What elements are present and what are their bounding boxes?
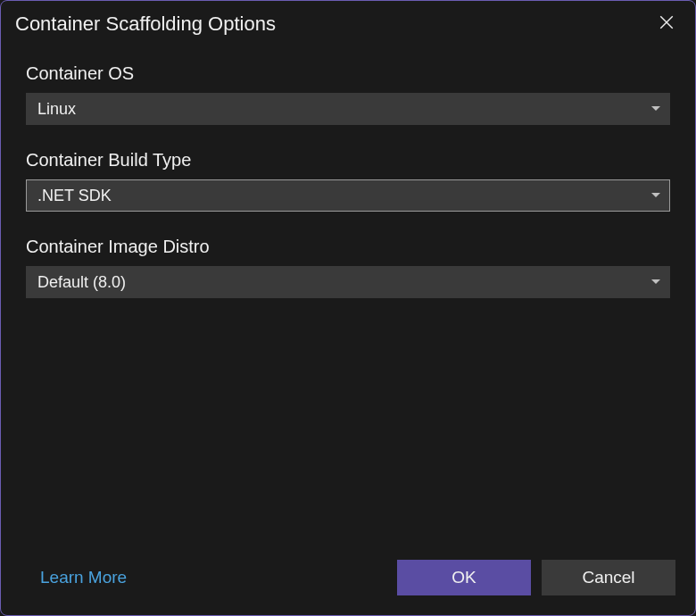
cancel-button[interactable]: Cancel bbox=[542, 560, 675, 595]
container-image-distro-label: Container Image Distro bbox=[26, 237, 670, 257]
container-os-value: Linux bbox=[37, 100, 76, 119]
dialog-container: Container Scaffolding Options Container … bbox=[0, 0, 696, 616]
field-container-build-type: Container Build Type .NET SDK bbox=[26, 150, 670, 212]
container-build-type-label: Container Build Type bbox=[26, 150, 670, 171]
dialog-footer: Learn More OK Cancel bbox=[1, 545, 695, 615]
container-image-distro-value: Default (8.0) bbox=[37, 273, 126, 292]
chevron-down-icon bbox=[651, 279, 660, 285]
dialog-title: Container Scaffolding Options bbox=[15, 12, 276, 36]
chevron-down-icon bbox=[651, 106, 660, 112]
ok-button[interactable]: OK bbox=[397, 560, 531, 595]
field-container-os: Container OS Linux bbox=[26, 63, 670, 125]
titlebar: Container Scaffolding Options bbox=[1, 1, 695, 44]
container-os-label: Container OS bbox=[26, 63, 670, 84]
container-build-type-dropdown[interactable]: .NET SDK bbox=[26, 179, 670, 212]
body-spacer bbox=[26, 323, 670, 545]
field-container-image-distro: Container Image Distro Default (8.0) bbox=[26, 237, 670, 298]
container-os-dropdown[interactable]: Linux bbox=[26, 93, 670, 125]
close-button[interactable] bbox=[652, 10, 681, 38]
chevron-down-icon bbox=[651, 193, 660, 198]
dialog-body: Container OS Linux Container Build Type … bbox=[1, 44, 695, 545]
container-image-distro-dropdown[interactable]: Default (8.0) bbox=[26, 266, 670, 298]
container-build-type-value: .NET SDK bbox=[37, 187, 112, 205]
close-icon bbox=[659, 14, 675, 34]
learn-more-link[interactable]: Learn More bbox=[40, 568, 127, 587]
